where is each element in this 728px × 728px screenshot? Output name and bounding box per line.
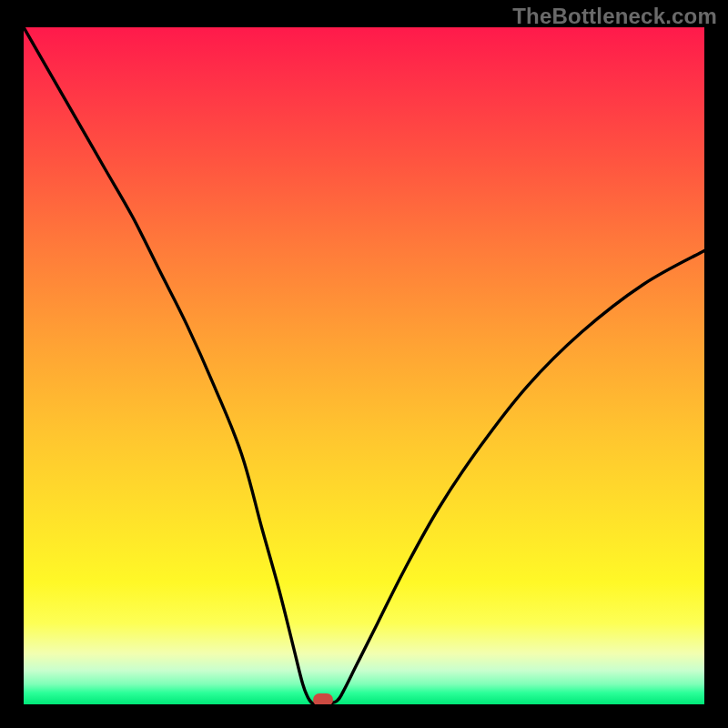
optimum-marker xyxy=(313,693,333,704)
plot-area xyxy=(24,27,704,704)
attribution-text: TheBottleneck.com xyxy=(512,4,717,29)
chart-frame: TheBottleneck.com xyxy=(0,0,728,728)
bottleneck-curve xyxy=(24,27,704,704)
